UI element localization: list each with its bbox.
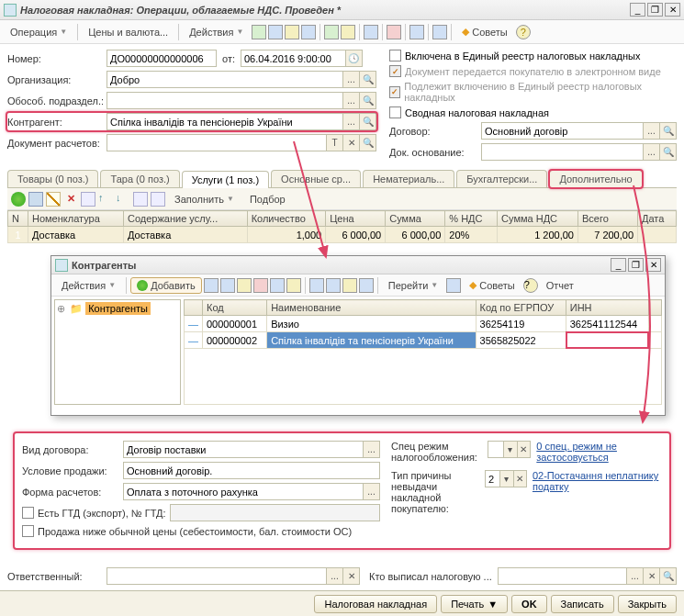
actions-menu[interactable]: Действия▼ — [183, 24, 250, 40]
tips-button[interactable]: ◆Советы — [455, 23, 513, 40]
who-issued-open-button[interactable]: 🔍 — [660, 567, 677, 585]
date-picker-button[interactable]: 🕓 — [346, 50, 363, 67]
gtd-checkbox[interactable] — [22, 507, 34, 519]
typ-reason-clear-button[interactable]: ✕ — [514, 470, 527, 487]
tab-services[interactable]: Услуги (1 поз.) — [182, 171, 269, 188]
col-total[interactable]: Всего — [577, 211, 637, 227]
forma-input[interactable]: Оплата з поточного рахунка — [123, 483, 364, 500]
col-date[interactable]: Дата — [638, 211, 677, 227]
tab-additional[interactable]: Дополнительно — [549, 170, 642, 187]
print-menu[interactable]: Печать▼ — [441, 595, 508, 613]
docr-clear-button[interactable]: T — [327, 134, 343, 151]
cell-total[interactable]: 7 200,00 — [577, 227, 637, 243]
typ-reason-input[interactable]: 2 — [485, 470, 500, 487]
structure-icon[interactable] — [341, 25, 355, 39]
edit-row-icon[interactable] — [46, 192, 61, 207]
cell-name[interactable]: Визио — [267, 316, 476, 332]
col-content[interactable]: Содержание услу... — [124, 211, 248, 227]
help-icon[interactable]: ? — [516, 25, 531, 39]
cell-code[interactable]: 000000002 — [203, 332, 267, 349]
copy-icon[interactable] — [301, 25, 316, 39]
spec-regime-link[interactable]: 0 спец. режим не застосовується — [536, 441, 662, 463]
sub-delete-icon[interactable] — [253, 278, 268, 293]
sub-minimize-button[interactable]: _ — [611, 258, 626, 272]
cell-code[interactable]: 000000001 — [203, 316, 267, 332]
col-vat[interactable]: % НДС — [445, 211, 498, 227]
date-input[interactable]: 06.04.2016 9:00:00 — [241, 50, 346, 67]
typ-reason-dd-button[interactable]: ▾ — [500, 470, 513, 487]
docr-select-button[interactable]: ✕ — [343, 134, 360, 151]
add-row-icon[interactable] — [11, 192, 26, 207]
tab-accounting[interactable]: Бухгалтерски... — [456, 170, 547, 187]
in-registry-checkbox[interactable] — [389, 50, 401, 62]
close-window-button[interactable]: Закрыть — [618, 595, 677, 613]
who-issued-input[interactable] — [498, 567, 627, 585]
org-open-button[interactable]: 🔍 — [360, 71, 376, 88]
dogovor-open-button[interactable]: 🔍 — [660, 122, 677, 140]
operation-menu[interactable]: Операция▼ — [4, 24, 73, 40]
cell-inn[interactable] — [566, 332, 648, 349]
who-issued-clear-button[interactable]: ✕ — [644, 567, 660, 585]
tree-root[interactable]: Контрагенты — [85, 302, 151, 315]
report-icon[interactable] — [364, 25, 378, 39]
col-nomenclature[interactable]: Номенклатура — [28, 211, 124, 227]
sub-copy-icon[interactable] — [220, 278, 235, 293]
col-sum[interactable]: Сумма — [386, 211, 445, 227]
sub-edit-icon[interactable] — [237, 278, 252, 293]
cell-vat-sum[interactable]: 1 200,00 — [498, 227, 578, 243]
sub-print-icon[interactable] — [446, 278, 461, 293]
docr-input[interactable] — [107, 134, 327, 151]
cell-edrpou[interactable]: 3565825022 — [476, 332, 566, 349]
low-price-checkbox[interactable] — [22, 525, 34, 537]
cell-inn[interactable]: 362541112544 — [566, 316, 648, 332]
move-down-icon[interactable] — [116, 192, 130, 207]
sub-move-icon[interactable] — [286, 278, 301, 293]
cell-vat[interactable]: 20% — [445, 227, 498, 243]
cell-nomenclature[interactable]: Доставка — [28, 227, 124, 243]
spec-regime-clear-button[interactable]: ✕ — [518, 441, 532, 458]
cell-price[interactable]: 6 000,00 — [326, 227, 386, 243]
sub-goto-menu[interactable]: Перейти▼ — [382, 277, 445, 294]
dogovor-select-button[interactable]: ... — [644, 122, 660, 140]
contragents-tree[interactable]: ⊕ 📁 Контрагенты — [54, 299, 181, 405]
responsible-select-button[interactable]: ... — [327, 567, 343, 585]
sub-close-button[interactable]: ✕ — [645, 258, 661, 272]
prices-button[interactable]: Цены и валюта... — [82, 24, 174, 40]
table-row[interactable]: 1 Доставка Доставка 1,000 6 000,00 6 000… — [8, 227, 677, 243]
cell-content[interactable]: Доставка — [124, 227, 248, 243]
docr-open-button[interactable]: 🔍 — [360, 134, 376, 151]
delete-row-icon[interactable] — [63, 192, 78, 207]
minimize-button[interactable]: _ — [630, 3, 645, 17]
close-button[interactable]: ✕ — [665, 3, 680, 17]
col-marker[interactable] — [185, 300, 203, 316]
spec-regime-input[interactable] — [488, 441, 504, 458]
sub-help-icon[interactable]: ? — [523, 278, 538, 293]
col-price[interactable]: Цена — [326, 211, 386, 227]
vid-dogovor-select-button[interactable]: ... — [364, 441, 380, 458]
save-button[interactable]: Записать — [551, 595, 614, 613]
spec-regime-dd-button[interactable]: ▾ — [504, 441, 518, 458]
cell-name[interactable]: Спілка інвалідів та пенсіонерів України — [267, 332, 476, 349]
summary-checkbox[interactable] — [389, 106, 401, 118]
sub-hierarchy-icon[interactable] — [270, 278, 285, 293]
debit-credit-icon[interactable] — [387, 25, 401, 39]
sub-tips-button[interactable]: ◆Советы — [463, 276, 521, 294]
contragent-input[interactable]: Спілка інвалідів та пенсіонерів України — [107, 113, 343, 130]
col-inn[interactable]: ИНН — [566, 300, 648, 316]
sub-filter1-icon[interactable] — [309, 278, 324, 293]
contragent-open-button[interactable]: 🔍 — [360, 113, 376, 130]
responsible-input[interactable] — [107, 567, 327, 585]
typ-reason-link[interactable]: 02-Постачання неплатнику податку — [533, 470, 662, 492]
obosob-select-button[interactable]: ... — [343, 92, 360, 109]
cell-qty[interactable]: 1,000 — [247, 227, 326, 243]
fill-menu[interactable]: Заполнить▼ — [168, 191, 241, 207]
sub-filter3-icon[interactable] — [342, 278, 357, 293]
sort-asc-icon[interactable] — [133, 192, 148, 207]
save-icon[interactable] — [268, 25, 283, 39]
who-issued-select-button[interactable]: ... — [627, 567, 644, 585]
sub-add-button[interactable]: Добавить — [130, 277, 202, 294]
sort-desc-icon[interactable] — [151, 192, 165, 207]
post-icon[interactable] — [252, 25, 266, 39]
dogovor-input[interactable]: Основний договір — [481, 122, 644, 140]
docosn-input[interactable] — [481, 143, 644, 161]
